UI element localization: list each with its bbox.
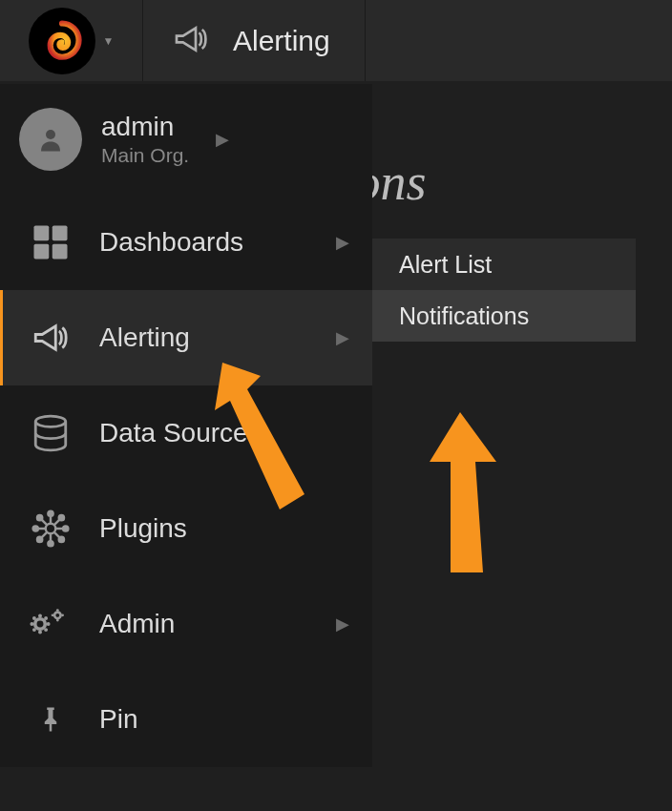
svg-point-32 <box>54 613 60 618</box>
chevron-right-icon: ▶ <box>336 232 349 253</box>
svg-point-29 <box>32 628 36 632</box>
menu-label-alerting: Alerting <box>99 322 309 353</box>
profile-text: admin Main Org. <box>101 112 189 167</box>
pin-icon <box>29 697 73 741</box>
caret-down-icon: ▼ <box>103 34 115 48</box>
menu-item-dashboards[interactable]: Dashboards ▶ <box>0 195 372 290</box>
svg-point-34 <box>56 619 59 622</box>
menu-item-profile[interactable]: admin Main Org. ▶ <box>0 84 372 195</box>
svg-point-31 <box>32 616 36 620</box>
database-icon <box>29 411 73 455</box>
chevron-right-icon: ▶ <box>216 129 229 150</box>
svg-point-6 <box>46 524 56 534</box>
megaphone-icon <box>172 20 210 62</box>
menu-label-plugins: Plugins <box>99 513 372 544</box>
svg-rect-3 <box>34 244 50 260</box>
header-title: Alerting <box>233 25 330 57</box>
avatar <box>19 108 82 171</box>
menu-label-pin: Pin <box>99 704 372 735</box>
svg-point-9 <box>33 526 38 530</box>
svg-line-20 <box>54 519 60 525</box>
svg-line-19 <box>41 519 47 525</box>
megaphone-icon <box>29 316 73 360</box>
menu-label-dashboards: Dashboards <box>99 227 309 258</box>
svg-point-24 <box>38 613 42 617</box>
menu-item-admin[interactable]: Admin ▶ <box>0 576 372 672</box>
svg-point-28 <box>44 628 48 632</box>
chevron-right-icon: ▶ <box>336 613 349 634</box>
grafana-logo-icon <box>41 20 83 62</box>
menu-label-admin: Admin <box>99 609 309 639</box>
top-bar: ▼ Alerting <box>0 0 672 81</box>
header-section[interactable]: Alerting <box>143 0 366 81</box>
svg-point-7 <box>48 511 52 516</box>
svg-line-22 <box>54 532 60 538</box>
profile-name: admin <box>101 112 189 142</box>
svg-point-26 <box>47 622 51 626</box>
menu-item-data-sources[interactable]: Data Sources <box>0 385 372 481</box>
menu-item-pin[interactable]: Pin <box>0 672 372 767</box>
gears-icon <box>29 602 73 646</box>
menu-label-data-sources: Data Sources <box>99 418 372 448</box>
svg-point-5 <box>35 416 66 426</box>
svg-point-10 <box>63 526 68 530</box>
svg-point-8 <box>48 541 52 546</box>
svg-rect-4 <box>52 244 68 260</box>
plugins-icon <box>29 507 73 551</box>
profile-org: Main Org. <box>101 144 189 167</box>
submenu-item-alert-list[interactable]: Alert List <box>372 239 636 290</box>
svg-point-30 <box>44 616 48 620</box>
svg-point-36 <box>52 613 54 616</box>
svg-point-27 <box>30 622 33 626</box>
submenu-item-notifications[interactable]: Notifications <box>372 290 636 342</box>
menu-item-plugins[interactable]: Plugins <box>0 481 372 576</box>
svg-rect-2 <box>52 226 68 241</box>
user-icon <box>36 125 65 154</box>
svg-rect-1 <box>34 226 50 241</box>
dashboards-icon <box>29 220 73 264</box>
chevron-right-icon: ▶ <box>336 327 349 348</box>
logo <box>29 8 95 74</box>
svg-point-0 <box>46 130 55 139</box>
menu-item-alerting[interactable]: Alerting ▶ <box>0 290 372 385</box>
svg-point-35 <box>61 613 64 616</box>
submenu-alerting: Alert List Notifications <box>372 239 636 342</box>
svg-point-33 <box>56 609 59 612</box>
svg-line-21 <box>41 532 47 538</box>
logo-dropdown[interactable]: ▼ <box>0 0 143 81</box>
svg-point-25 <box>38 631 42 634</box>
side-menu: admin Main Org. ▶ Dashboards ▶ Alerting … <box>0 84 372 767</box>
svg-point-23 <box>35 619 46 630</box>
